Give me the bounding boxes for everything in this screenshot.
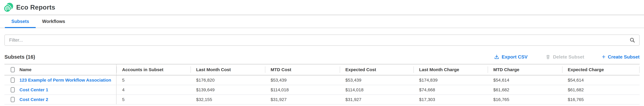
tab-workflows-label: Workflows xyxy=(42,19,65,24)
accounts-cell: 5 xyxy=(116,95,190,104)
section-bar: Subsets (16) Export CSV Delete Subset + … xyxy=(4,54,640,60)
mtd-cost-cell: $114,018 xyxy=(265,85,340,95)
subset-link[interactable]: Cost Center 1 xyxy=(20,87,48,92)
table-header: Name Accounts in Subset Last Month Cost … xyxy=(4,64,640,75)
expected-cost-cell: $31,927 xyxy=(340,95,414,104)
mtd-cost-cell: $53,439 xyxy=(265,75,340,85)
subset-link[interactable]: Cost Center 2 xyxy=(20,97,48,102)
header-mtd-cost: MTD Cost xyxy=(265,64,340,75)
row-checkbox[interactable] xyxy=(10,87,15,93)
row-checkbox[interactable] xyxy=(10,78,15,83)
eco-logo-icon xyxy=(4,2,13,12)
header-last-month-cost: Last Month Cost xyxy=(190,64,265,75)
subsets-table: Name Accounts in Subset Last Month Cost … xyxy=(4,64,640,105)
delete-subset-label: Delete Subset xyxy=(553,54,584,60)
last-month-charge-cell: $74,668 xyxy=(414,85,488,95)
name-cell: 123 Example of Perm Workflow Association xyxy=(4,75,116,85)
last-month-cost-cell: $176,820 xyxy=(190,75,265,85)
accounts-cell: 5 xyxy=(116,75,190,85)
create-subset-button[interactable]: + Create Subset xyxy=(602,54,640,60)
expected-cost-cell: $53,439 xyxy=(340,75,414,85)
search-icon[interactable] xyxy=(630,37,635,43)
delete-subset-button[interactable]: Delete Subset xyxy=(545,54,584,60)
expected-charge-cell: $54,614 xyxy=(562,75,640,85)
filter-input[interactable] xyxy=(4,35,640,46)
expected-charge-cell: $16,765 xyxy=(562,95,640,104)
mtd-charge-cell: $54,614 xyxy=(488,75,562,85)
subset-link[interactable]: 123 Example of Perm Workflow Association xyxy=(20,78,111,83)
last-month-cost-cell: $32,155 xyxy=(190,95,265,104)
name-cell: Cost Center 1 xyxy=(4,85,116,95)
filter-bar xyxy=(4,35,640,46)
table-row: 123 Example of Perm Workflow Association… xyxy=(4,75,640,85)
header-accounts: Accounts in Subset xyxy=(116,64,190,75)
accounts-cell: 4 xyxy=(116,85,190,95)
mtd-charge-cell: $16,765 xyxy=(488,95,562,104)
select-all-checkbox[interactable] xyxy=(10,67,15,72)
tab-bar: Subsets Workflows xyxy=(0,15,644,28)
section-title: Subsets (16) xyxy=(4,54,35,60)
table-body: 123 Example of Perm Workflow Association… xyxy=(4,75,640,105)
app-header: Eco Reports xyxy=(0,0,644,15)
table-row: Cost Center 1 4 $139,649 $114,018 $114,0… xyxy=(4,85,640,95)
mtd-charge-cell: $61,682 xyxy=(488,85,562,95)
table-row: Cost Center 2 5 $32,155 $31,927 $31,927 … xyxy=(4,95,640,105)
create-subset-label: Create Subset xyxy=(608,54,640,60)
expected-cost-cell: $114,018 xyxy=(340,85,414,95)
last-month-charge-cell: $174,839 xyxy=(414,75,488,85)
last-month-charge-cell: $17,303 xyxy=(414,95,488,104)
header-name-label: Name xyxy=(20,67,32,72)
expected-charge-cell: $61,682 xyxy=(562,85,640,95)
header-expected-cost: Expected Cost xyxy=(340,64,414,75)
download-icon xyxy=(494,54,499,60)
trash-icon xyxy=(545,54,551,60)
export-csv-label: Export CSV xyxy=(502,54,528,60)
table-actions: Export CSV Delete Subset + Create Subset xyxy=(494,54,640,60)
tab-subsets[interactable]: Subsets xyxy=(5,15,36,28)
name-cell: Cost Center 2 xyxy=(4,95,116,104)
page-title: Eco Reports xyxy=(16,4,55,11)
export-csv-button[interactable]: Export CSV xyxy=(494,54,528,60)
last-month-cost-cell: $139,649 xyxy=(190,85,265,95)
row-checkbox[interactable] xyxy=(10,97,15,102)
header-mtd-charge: MTD Charge xyxy=(488,64,562,75)
header-expected-charge: Expected Charge xyxy=(562,64,640,75)
plus-icon: + xyxy=(602,55,606,59)
header-last-month-charge: Last Month Charge xyxy=(414,64,488,75)
tab-subsets-label: Subsets xyxy=(11,19,29,24)
header-name: Name xyxy=(4,64,116,75)
tab-workflows[interactable]: Workflows xyxy=(36,15,72,28)
mtd-cost-cell: $31,927 xyxy=(265,95,340,104)
